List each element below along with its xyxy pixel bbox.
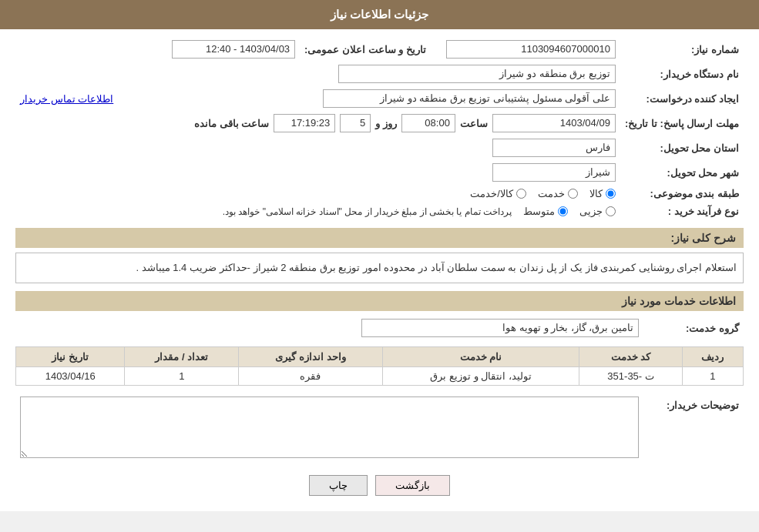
cell-unit: فقره <box>239 367 382 386</box>
response-remaining: 17:19:23 <box>274 114 335 132</box>
buyer-description-label: توضیحات خریدار: <box>643 393 744 463</box>
page-title: جزئیات اطلاعات نیاز <box>331 8 428 21</box>
buyer-name-label: نام دستگاه خریدار: <box>620 62 744 86</box>
main-form-table: شماره نیاز: 1103094607000010 تاریخ و ساع… <box>15 37 744 220</box>
announcement-label: تاریخ و ساعت اعلان عمومی: <box>300 37 442 62</box>
creator-value: علی آقولی مسئول پشتیبانی توزیع برق منطقه… <box>323 89 616 108</box>
col-header-row: ردیف <box>682 347 743 367</box>
category-option-khedmat[interactable]: خدمت <box>538 188 578 199</box>
naz-description-text: استعلام اجرای روشنایی کمربندی فاز یک از … <box>136 262 737 273</box>
services-group-label: گروه خدمت: <box>643 316 744 340</box>
delivery-city-value: شیراز <box>492 163 616 182</box>
col-header-code: کد خدمت <box>579 347 682 367</box>
delivery-province-label: استان محل تحویل: <box>620 136 744 160</box>
buyer-name-value: توزیع برق منطقه دو شیراز <box>338 65 616 83</box>
naz-number-label: شماره نیاز: <box>620 37 744 62</box>
creator-label: ایجاد کننده درخواست: <box>620 86 744 111</box>
purchase-type-motavasset[interactable]: متوسط <box>523 206 568 217</box>
cell-row: 1 <box>682 367 743 386</box>
response-deadline-label: مهلت ارسال پاسخ: تا تاریخ: <box>620 111 744 136</box>
cell-code: ت -35-351 <box>579 367 682 386</box>
delivery-city-label: شهر محل تحویل: <box>620 160 744 185</box>
buyer-description-table: توضیحات خریدار: <box>15 393 744 463</box>
response-remaining-label: ساعت باقی مانده <box>194 118 269 129</box>
services-table: ردیف کد خدمت نام خدمت واحد اندازه گیری ت… <box>15 346 744 386</box>
naz-description-title: شرح کلی نیاز: <box>15 228 744 248</box>
print-button[interactable]: چاپ <box>309 475 368 496</box>
services-section-title: اطلاعات خدمات مورد نیاز <box>15 291 744 311</box>
response-days: 5 <box>340 114 371 132</box>
naz-description-box: استعلام اجرای روشنایی کمربندی فاز یک از … <box>15 253 744 283</box>
cell-date: 1403/04/16 <box>16 367 125 386</box>
back-button[interactable]: بازگشت <box>375 475 450 496</box>
contact-link[interactable]: اطلاعات تماس خریدار <box>20 93 113 105</box>
purchase-note: پرداخت تمام یا بخشی از مبلغ خریدار از مح… <box>223 206 512 217</box>
col-header-name: نام خدمت <box>382 347 579 367</box>
category-option-kala-khedmat[interactable]: کالا/خدمت <box>470 188 526 199</box>
category-radio-group: کالا خدمت کالا/خدمت <box>20 188 616 199</box>
col-header-qty: تعداد / مقدار <box>125 347 239 367</box>
cell-name: تولید، انتقال و توزیع برق <box>382 367 579 386</box>
delivery-province-value: فارس <box>492 139 616 157</box>
purchase-type-jozi[interactable]: جزیی <box>579 206 616 217</box>
announcement-value: 1403/04/03 - 12:40 <box>172 40 295 59</box>
response-time: 08:00 <box>401 114 455 132</box>
table-row: 1ت -35-351تولید، انتقال و توزیع برقفقره1… <box>16 367 744 386</box>
response-day-label: روز و <box>375 118 397 129</box>
category-label: طبقه بندی موضوعی: <box>620 185 744 202</box>
cell-quantity: 1 <box>125 367 239 386</box>
response-time-label: ساعت <box>460 118 488 129</box>
naz-number-value: 1103094607000010 <box>446 40 616 59</box>
col-header-date: تاریخ نیاز <box>16 347 125 367</box>
button-row: بازگشت چاپ <box>15 475 744 496</box>
services-group-value: تامین برق، گاز، بخار و تهویه هوا <box>361 319 639 337</box>
purchase-type-row: جزیی متوسط پرداخت تمام یا بخشی از مبلغ خ… <box>20 206 616 217</box>
services-group-table: گروه خدمت: تامین برق، گاز، بخار و تهویه … <box>15 316 744 340</box>
col-header-unit: واحد اندازه گیری <box>239 347 382 367</box>
purchase-type-label: نوع فرآیند خرید : <box>620 202 744 220</box>
buyer-description-textarea[interactable] <box>20 396 639 458</box>
page-header: جزئیات اطلاعات نیاز <box>0 0 759 29</box>
category-option-kala[interactable]: کالا <box>589 188 616 199</box>
response-date: 1403/04/09 <box>492 114 616 132</box>
